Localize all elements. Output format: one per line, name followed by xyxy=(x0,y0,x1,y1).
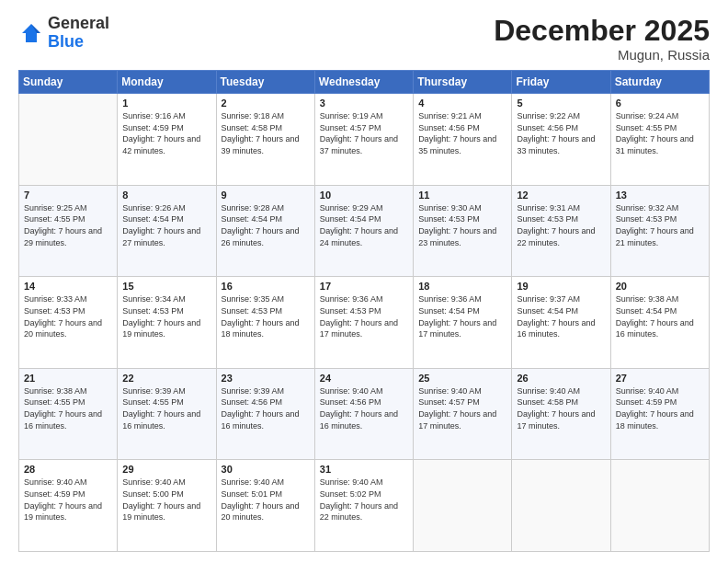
calendar-cell xyxy=(414,460,512,552)
weekday-header: Wednesday xyxy=(314,71,413,94)
weekday-header: Thursday xyxy=(414,71,512,94)
calendar-cell: 31Sunrise: 9:40 AMSunset: 5:02 PMDayligh… xyxy=(314,460,413,552)
cell-text: Sunrise: 9:37 AMSunset: 4:54 PMDaylight:… xyxy=(517,293,605,339)
calendar-cell: 6Sunrise: 9:24 AMSunset: 4:55 PMDaylight… xyxy=(610,94,709,186)
cell-text: Sunrise: 9:34 AMSunset: 4:53 PMDaylight:… xyxy=(122,293,210,339)
weekday-header: Friday xyxy=(512,71,610,94)
day-number: 24 xyxy=(320,373,408,384)
day-number: 8 xyxy=(122,190,210,201)
cell-text: Sunrise: 9:39 AMSunset: 4:56 PMDaylight:… xyxy=(222,385,310,431)
cell-text: Sunrise: 9:24 AMSunset: 4:55 PMDaylight:… xyxy=(616,110,704,156)
day-number: 14 xyxy=(24,281,112,292)
calendar-cell: 18Sunrise: 9:36 AMSunset: 4:54 PMDayligh… xyxy=(414,277,512,369)
day-number: 12 xyxy=(517,190,605,201)
day-number: 25 xyxy=(418,373,506,384)
day-number: 19 xyxy=(517,281,605,292)
day-number: 4 xyxy=(418,98,506,109)
logo: General Blue xyxy=(18,15,109,52)
calendar-cell: 14Sunrise: 9:33 AMSunset: 4:53 PMDayligh… xyxy=(19,277,118,369)
calendar-cell: 30Sunrise: 9:40 AMSunset: 5:01 PMDayligh… xyxy=(216,460,314,552)
day-number: 28 xyxy=(24,464,112,475)
calendar-cell: 25Sunrise: 9:40 AMSunset: 4:57 PMDayligh… xyxy=(414,368,512,460)
calendar-cell: 21Sunrise: 9:38 AMSunset: 4:55 PMDayligh… xyxy=(19,368,118,460)
day-number: 2 xyxy=(222,98,310,109)
cell-text: Sunrise: 9:22 AMSunset: 4:56 PMDaylight:… xyxy=(517,110,605,156)
cell-text: Sunrise: 9:31 AMSunset: 4:53 PMDaylight:… xyxy=(517,202,605,248)
month-title: December 2025 xyxy=(494,15,710,47)
calendar-week-row: 21Sunrise: 9:38 AMSunset: 4:55 PMDayligh… xyxy=(19,368,710,460)
day-number: 20 xyxy=(616,281,704,292)
cell-text: Sunrise: 9:18 AMSunset: 4:58 PMDaylight:… xyxy=(222,110,310,156)
location: Mugun, Russia xyxy=(494,47,710,63)
calendar-cell xyxy=(512,460,610,552)
day-number: 26 xyxy=(517,373,605,384)
cell-text: Sunrise: 9:40 AMSunset: 5:01 PMDaylight:… xyxy=(222,477,310,523)
calendar-cell: 29Sunrise: 9:40 AMSunset: 5:00 PMDayligh… xyxy=(118,460,216,552)
calendar-cell: 26Sunrise: 9:40 AMSunset: 4:58 PMDayligh… xyxy=(512,368,610,460)
calendar-cell: 17Sunrise: 9:36 AMSunset: 4:53 PMDayligh… xyxy=(314,277,413,369)
calendar-cell: 22Sunrise: 9:39 AMSunset: 4:55 PMDayligh… xyxy=(118,368,216,460)
day-number: 30 xyxy=(222,464,310,475)
calendar-cell: 4Sunrise: 9:21 AMSunset: 4:56 PMDaylight… xyxy=(414,94,512,186)
cell-text: Sunrise: 9:26 AMSunset: 4:54 PMDaylight:… xyxy=(122,202,210,248)
calendar-cell: 5Sunrise: 9:22 AMSunset: 4:56 PMDaylight… xyxy=(512,94,610,186)
day-number: 16 xyxy=(222,281,310,292)
cell-text: Sunrise: 9:40 AMSunset: 5:02 PMDaylight:… xyxy=(320,477,408,523)
day-number: 29 xyxy=(122,464,210,475)
cell-text: Sunrise: 9:38 AMSunset: 4:55 PMDaylight:… xyxy=(24,385,112,431)
day-number: 13 xyxy=(616,190,704,201)
weekday-header: Tuesday xyxy=(216,71,314,94)
day-number: 1 xyxy=(122,98,210,109)
day-number: 22 xyxy=(122,373,210,384)
calendar-week-row: 7Sunrise: 9:25 AMSunset: 4:55 PMDaylight… xyxy=(19,185,710,277)
calendar-week-row: 1Sunrise: 9:16 AMSunset: 4:59 PMDaylight… xyxy=(19,94,710,186)
calendar: SundayMondayTuesdayWednesdayThursdayFrid… xyxy=(18,70,710,552)
calendar-cell: 12Sunrise: 9:31 AMSunset: 4:53 PMDayligh… xyxy=(512,185,610,277)
header: General Blue December 2025 Mugun, Russia xyxy=(18,15,710,63)
cell-text: Sunrise: 9:40 AMSunset: 4:59 PMDaylight:… xyxy=(24,477,112,523)
logo-text: General Blue xyxy=(48,15,109,52)
logo-icon xyxy=(18,20,44,46)
calendar-cell: 7Sunrise: 9:25 AMSunset: 4:55 PMDaylight… xyxy=(19,185,118,277)
weekday-header-row: SundayMondayTuesdayWednesdayThursdayFrid… xyxy=(19,71,710,94)
cell-text: Sunrise: 9:29 AMSunset: 4:54 PMDaylight:… xyxy=(320,202,408,248)
calendar-cell: 9Sunrise: 9:28 AMSunset: 4:54 PMDaylight… xyxy=(216,185,314,277)
calendar-cell: 16Sunrise: 9:35 AMSunset: 4:53 PMDayligh… xyxy=(216,277,314,369)
cell-text: Sunrise: 9:36 AMSunset: 4:54 PMDaylight:… xyxy=(418,293,506,339)
calendar-cell: 15Sunrise: 9:34 AMSunset: 4:53 PMDayligh… xyxy=(118,277,216,369)
cell-text: Sunrise: 9:39 AMSunset: 4:55 PMDaylight:… xyxy=(122,385,210,431)
cell-text: Sunrise: 9:16 AMSunset: 4:59 PMDaylight:… xyxy=(122,110,210,156)
day-number: 18 xyxy=(418,281,506,292)
cell-text: Sunrise: 9:33 AMSunset: 4:53 PMDaylight:… xyxy=(24,293,112,339)
day-number: 23 xyxy=(222,373,310,384)
logo-general: General xyxy=(48,14,109,32)
day-number: 27 xyxy=(616,373,704,384)
calendar-week-row: 14Sunrise: 9:33 AMSunset: 4:53 PMDayligh… xyxy=(19,277,710,369)
day-number: 3 xyxy=(320,98,408,109)
calendar-cell: 13Sunrise: 9:32 AMSunset: 4:53 PMDayligh… xyxy=(610,185,709,277)
day-number: 9 xyxy=(222,190,310,201)
day-number: 10 xyxy=(320,190,408,201)
cell-text: Sunrise: 9:21 AMSunset: 4:56 PMDaylight:… xyxy=(418,110,506,156)
calendar-cell xyxy=(610,460,709,552)
cell-text: Sunrise: 9:36 AMSunset: 4:53 PMDaylight:… xyxy=(320,293,408,339)
weekday-header: Saturday xyxy=(610,71,709,94)
cell-text: Sunrise: 9:32 AMSunset: 4:53 PMDaylight:… xyxy=(616,202,704,248)
calendar-cell xyxy=(19,94,118,186)
weekday-header: Monday xyxy=(118,71,216,94)
day-number: 31 xyxy=(320,464,408,475)
day-number: 7 xyxy=(24,190,112,201)
cell-text: Sunrise: 9:40 AMSunset: 4:59 PMDaylight:… xyxy=(616,385,704,431)
cell-text: Sunrise: 9:40 AMSunset: 5:00 PMDaylight:… xyxy=(122,477,210,523)
day-number: 6 xyxy=(616,98,704,109)
weekday-header: Sunday xyxy=(19,71,118,94)
day-number: 15 xyxy=(122,281,210,292)
calendar-cell: 28Sunrise: 9:40 AMSunset: 4:59 PMDayligh… xyxy=(19,460,118,552)
calendar-cell: 10Sunrise: 9:29 AMSunset: 4:54 PMDayligh… xyxy=(314,185,413,277)
calendar-cell: 19Sunrise: 9:37 AMSunset: 4:54 PMDayligh… xyxy=(512,277,610,369)
day-number: 21 xyxy=(24,373,112,384)
cell-text: Sunrise: 9:38 AMSunset: 4:54 PMDaylight:… xyxy=(616,293,704,339)
day-number: 11 xyxy=(418,190,506,201)
day-number: 17 xyxy=(320,281,408,292)
title-block: December 2025 Mugun, Russia xyxy=(494,15,710,63)
